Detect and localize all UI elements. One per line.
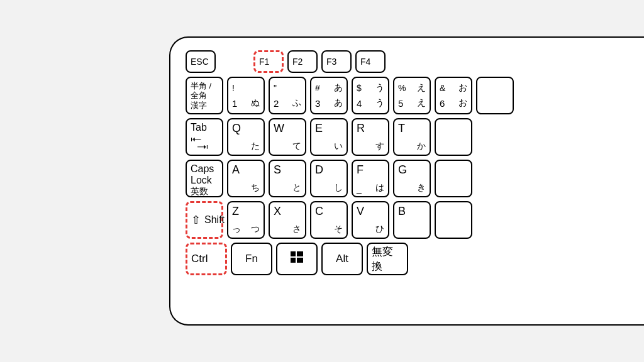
key-kana: た [246,137,260,152]
number-row: 半角 / 全角 漢字 !1ぬ "2ふ #あ3あ $う4う %え5え &お6お [186,77,644,114]
key-kana: お [453,96,467,111]
key-kana: ふ [287,96,301,111]
key-sym: % [398,80,412,96]
key-t[interactable]: Tか [393,118,431,156]
svg-rect-0 [291,251,296,256]
key-tab[interactable]: Tab ⭰ ⭲ [186,118,223,156]
key-x[interactable]: Xさ [269,201,306,239]
key-mark: _ [357,178,370,194]
key-label: Ctrl [191,253,208,265]
key-d[interactable]: Dし [310,160,348,197]
key-c[interactable]: Cそ [310,201,348,239]
key-3[interactable]: #あ3あ [310,77,348,114]
key-b[interactable]: B [393,201,431,239]
key-num: 2 [274,96,287,111]
key-letter: R [357,122,370,137]
key-letter: F [357,163,370,178]
windows-icon [289,250,304,268]
key-label: F1 [259,57,278,67]
key-alt[interactable]: Alt [321,243,363,275]
key-kana: ち [246,178,260,194]
key-letter: E [315,122,329,137]
key-hankaku[interactable]: 半角 / 全角 漢字 [186,77,223,114]
key-sym: う [370,80,384,96]
key-7[interactable] [476,77,514,114]
key-f3[interactable]: F3 [321,50,352,73]
key-sym: $ [357,80,370,96]
key-kana: い [329,137,343,152]
key-f2[interactable]: F2 [287,50,318,73]
svg-rect-1 [297,251,303,256]
key-kana: は [370,178,384,194]
key-kana: と [287,178,301,194]
key-g[interactable]: Gき [393,160,431,197]
key-label: 全角 [191,90,218,101]
key-num: 1 [232,96,246,111]
key-a[interactable]: Aち [227,160,265,197]
key-z[interactable]: Zっつ [227,201,265,239]
key-e[interactable]: Eい [310,118,348,156]
key-windows[interactable] [276,243,318,275]
key-letter: T [398,122,412,137]
key-letter: G [398,163,412,178]
key-kana: ひ [370,220,384,235]
key-muhenkan[interactable]: 無変換 [367,243,408,275]
key-letter: X [274,205,287,220]
key-n[interactable] [435,201,472,239]
key-kana: す [370,137,384,152]
shift-row: ⇧ Shift Zっつ Xさ Cそ Vひ B [186,201,644,239]
key-f[interactable]: F_は [352,160,389,197]
key-s[interactable]: Sと [269,160,306,197]
key-sym: え [412,80,426,96]
svg-rect-3 [297,258,303,263]
key-letter: D [315,163,329,178]
qwerty-row: Tab ⭰ ⭲ Qた Wて Eい Rす Tか [186,118,644,156]
key-q[interactable]: Qた [227,118,265,156]
key-2[interactable]: "2ふ [269,77,306,114]
key-y[interactable] [435,118,472,156]
key-h[interactable] [435,160,472,197]
key-sym: # [315,80,329,96]
shift-arrow-icon: ⇧ [191,213,201,227]
key-v[interactable]: Vひ [352,201,389,239]
key-5[interactable]: %え5え [393,77,431,114]
key-fn[interactable]: Fn [231,243,272,275]
key-sym [287,80,301,96]
key-letter: C [315,205,329,220]
key-label: Alt [336,253,348,265]
key-kana [412,220,426,235]
key-label: ⇧ Shift [191,213,218,227]
key-4[interactable]: $う4う [352,77,389,114]
key-label: Caps Lock [191,163,218,186]
key-6[interactable]: &お6お [435,77,472,114]
key-label: F3 [326,57,347,67]
key-f1[interactable]: F1 [253,50,284,73]
key-kana: さ [287,220,301,235]
key-sym: お [453,80,467,96]
control-row: Ctrl Fn Alt 無変換 [186,243,644,275]
key-kana: き [412,178,426,194]
key-sym: あ [329,80,343,96]
key-letter: V [357,205,370,220]
key-label: 半角 / [191,81,218,91]
key-r[interactable]: Rす [352,118,389,156]
key-label: F4 [360,57,380,67]
key-label: Tab [191,122,218,133]
key-kana: っ [232,220,246,235]
key-sym: ! [232,80,246,96]
key-ctrl[interactable]: Ctrl [186,243,227,275]
function-row: ESC F1 F2 F3 F4 [186,50,644,73]
key-esc[interactable]: ESC [186,50,216,73]
key-w[interactable]: Wて [269,118,306,156]
key-sym: & [440,80,453,96]
key-sym: " [274,80,287,96]
key-kana: う [370,96,384,111]
key-1[interactable]: !1ぬ [227,77,265,114]
key-f4[interactable]: F4 [355,50,386,73]
key-capslock[interactable]: Caps Lock 英数 [186,160,223,197]
key-kana [315,137,329,152]
key-letter: W [274,122,287,137]
key-shift[interactable]: ⇧ Shift [186,201,223,239]
key-kana: ぬ [246,96,260,111]
key-kana: あ [329,96,343,111]
